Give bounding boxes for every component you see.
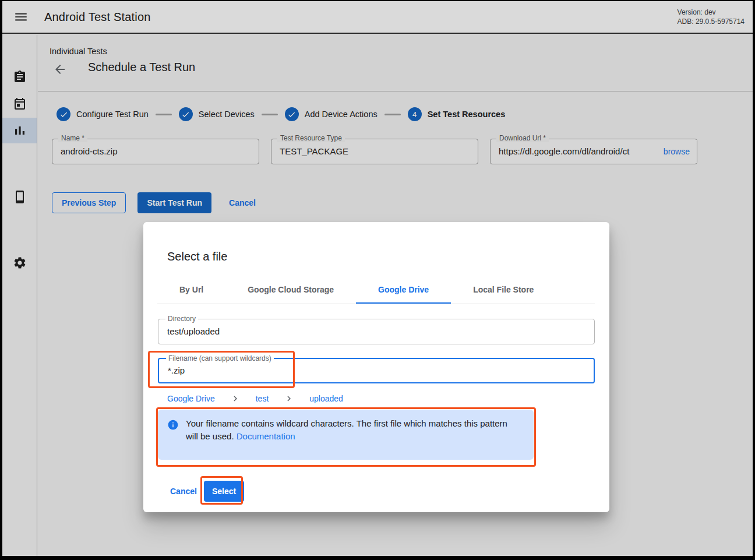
app-window: Android Test Station Version: dev ADB: 2… bbox=[2, 1, 753, 556]
documentation-link[interactable]: Documentation bbox=[237, 431, 295, 441]
directory-value: test/uploaded bbox=[158, 319, 594, 344]
banner-text: Your filename contains wildcard characte… bbox=[186, 417, 512, 443]
tab-google-drive[interactable]: Google Drive bbox=[356, 276, 451, 304]
tab-google-cloud-storage[interactable]: Google Cloud Storage bbox=[225, 276, 356, 304]
directory-field[interactable]: Directory test/uploaded bbox=[158, 319, 595, 344]
dialog-title: Select a file bbox=[167, 250, 227, 263]
tab-local-file-store[interactable]: Local File Store bbox=[451, 276, 556, 304]
breadcrumb-uploaded[interactable]: uploaded bbox=[309, 394, 343, 403]
filename-label: Filename (can support wildcards) bbox=[166, 354, 274, 362]
dialog-cancel-button[interactable]: Cancel bbox=[165, 481, 202, 502]
banner-message: Your filename contains wildcard characte… bbox=[186, 418, 507, 441]
chevron-right-icon bbox=[284, 393, 294, 404]
drive-breadcrumb: Google Drive test uploaded bbox=[167, 393, 343, 404]
tab-by-url[interactable]: By Url bbox=[157, 276, 225, 304]
select-file-dialog: Select a file By Url Google Cloud Storag… bbox=[143, 222, 609, 512]
chevron-right-icon bbox=[230, 393, 241, 404]
info-icon bbox=[167, 419, 179, 431]
dialog-select-button[interactable]: Select bbox=[204, 481, 244, 502]
filename-field[interactable]: Filename (can support wildcards) *.zip bbox=[158, 358, 595, 383]
breadcrumb-google-drive[interactable]: Google Drive bbox=[167, 394, 215, 403]
file-source-tabs: By Url Google Cloud Storage Google Drive… bbox=[157, 276, 595, 304]
filename-value: *.zip bbox=[159, 359, 594, 382]
directory-label: Directory bbox=[165, 315, 198, 323]
wildcard-info-banner: Your filename contains wildcard characte… bbox=[158, 410, 534, 460]
breadcrumb-test[interactable]: test bbox=[256, 394, 269, 403]
